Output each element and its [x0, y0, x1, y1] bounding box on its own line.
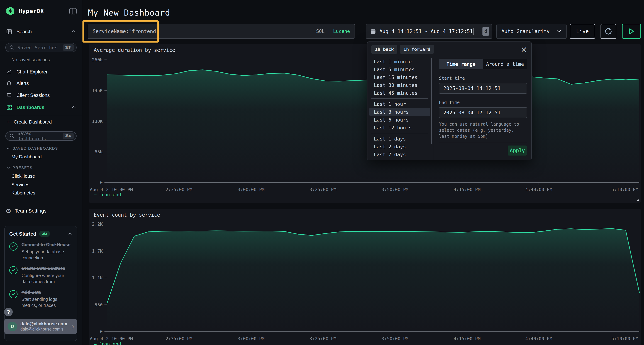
close-icon[interactable]: × — [520, 45, 527, 53]
apply-button[interactable]: Apply — [508, 145, 527, 156]
time-picker-tabs: Time range Around a time — [439, 59, 527, 69]
saved-searches-input[interactable]: Saved Searches ⌘K — [5, 43, 76, 52]
play-button[interactable] — [622, 24, 641, 39]
step-title: Connect to ClickHouse — [22, 242, 72, 248]
search-query-input[interactable]: ServiceName:"frontend" SQL | Lucene — [88, 24, 355, 39]
range-option[interactable]: Last 30 minutes — [369, 81, 430, 89]
group-header-label: PRESETS — [12, 166, 32, 170]
range-option-selected[interactable]: Last 3 hours — [369, 108, 430, 116]
range-option[interactable]: Last 45 minutes — [369, 89, 430, 97]
sidebar-item-alerts[interactable]: Alerts — [0, 78, 82, 89]
refresh-button[interactable] — [600, 24, 616, 39]
preset-link-services[interactable]: Services — [12, 181, 78, 189]
query-text: ServiceName:"frontend" — [93, 28, 159, 34]
create-dashboard-button[interactable]: + Create Dashboard — [0, 117, 82, 127]
range-option[interactable]: Last 14 days — [369, 158, 430, 160]
panel-resize-handle[interactable] — [636, 197, 639, 202]
tab-time-range[interactable]: Time range — [439, 59, 483, 69]
range-option[interactable]: Last 6 hours — [369, 116, 430, 124]
granularity-select[interactable]: Auto Granularity — [496, 24, 566, 39]
live-button[interactable]: Live — [570, 24, 595, 39]
preset-link-kubernetes[interactable]: Kubernetes — [12, 189, 78, 197]
chevron-up-icon — [72, 106, 76, 109]
range-option[interactable]: Last 1 hour — [369, 100, 430, 108]
range-option[interactable]: Last 1 days — [369, 135, 430, 143]
saved-dashboards-input[interactable]: Saved Dashboards ⌘K — [5, 131, 76, 141]
range-option[interactable]: Last 15 minutes — [369, 73, 430, 81]
svg-text:4:40:00 PM: 4:40:00 PM — [526, 187, 552, 192]
get-started-title: Get Started — [9, 231, 36, 237]
app-name: HyperDX — [18, 8, 44, 14]
start-time-input[interactable]: 2025-08-04 14:12:51 — [439, 83, 527, 94]
get-started-step-connect[interactable]: Connect to ClickHouse Set up your databa… — [9, 242, 72, 261]
svg-text:5:10:00 PM: 5:10:00 PM — [611, 336, 638, 341]
avatar: D — [8, 322, 17, 331]
user-menu[interactable]: D dale@clickhouse.com dale@clickhouse.co… — [4, 319, 77, 334]
start-time-label: Start time — [439, 76, 527, 81]
laptop-icon — [6, 92, 12, 98]
sidebar-item-search[interactable]: Search — [0, 27, 82, 36]
sql-mode-button[interactable]: SQL — [316, 28, 324, 34]
search-section-icon — [6, 28, 12, 35]
preset-label: ClickHouse — [12, 173, 35, 179]
range-option[interactable]: Last 2 days — [369, 143, 430, 150]
shift-forward-button[interactable]: 1h forward — [400, 45, 434, 54]
logo-row: HyperDX — [5, 5, 77, 17]
sidebar-collapse-icon[interactable] — [69, 7, 77, 15]
preset-label: Services — [12, 182, 29, 188]
range-option[interactable]: Last 12 hours — [369, 124, 430, 132]
time-picker-detail-panel: Time range Around a time Start time 2025… — [434, 57, 528, 160]
time-range-input[interactable]: Aug 4 14:12:51 - Aug 4 17:12:51 d — [366, 24, 492, 39]
range-option[interactable]: Last 1 minute — [369, 57, 430, 65]
natural-language-hint: You can use natural language to select d… — [439, 121, 527, 139]
sidebar-item-client-sessions[interactable]: Client Sessions — [0, 89, 82, 101]
search-icon — [9, 133, 15, 139]
preset-link-clickhouse[interactable]: ClickHouse — [12, 172, 78, 180]
plus-icon: + — [6, 119, 10, 125]
svg-text:0: 0 — [100, 180, 103, 185]
tab-around-a-time[interactable]: Around a time — [483, 59, 527, 69]
chart-title: Average duration by service — [94, 47, 175, 53]
get-started-header[interactable]: Get Started 3/3 — [9, 231, 72, 237]
sidebar-item-dashboards[interactable]: Dashboards — [0, 102, 82, 113]
range-option[interactable]: Last 5 minutes — [369, 65, 430, 73]
chart-legend: — frontend — [94, 342, 121, 345]
step-description: Configure where your data comes from — [22, 273, 72, 285]
duration-shortcut-badge: d — [482, 27, 489, 36]
sidebar-item-team-settings[interactable]: ⚙ Team Settings — [0, 206, 82, 216]
saved-dashboards-placeholder: Saved Dashboards — [18, 131, 63, 141]
lucene-mode-button[interactable]: Lucene — [333, 28, 350, 34]
no-saved-searches-text: No saved searches — [12, 57, 50, 62]
create-dashboard-label: Create Dashboard — [14, 119, 52, 125]
list-scrollbar[interactable] — [431, 58, 432, 144]
help-button[interactable]: ? — [4, 307, 13, 317]
get-started-step-sources[interactable]: Create Data Sources Configure where your… — [9, 266, 72, 285]
text-cursor — [474, 28, 474, 35]
range-option[interactable]: Last 7 days — [369, 150, 430, 158]
svg-text:3:00:00 PM: 3:00:00 PM — [238, 336, 264, 341]
hyperdx-logo-icon — [5, 6, 16, 16]
dashboards-icon — [6, 104, 12, 110]
saved-dashboards-group-header[interactable]: SAVED DASHBOARDS — [6, 145, 76, 151]
dashboard-link-my-dashboard[interactable]: My Dashboard — [12, 153, 78, 161]
check-circle-icon — [9, 266, 18, 274]
time-range-value: Aug 4 14:12:51 - Aug 4 17:12:51 — [380, 28, 473, 34]
end-time-input[interactable]: 2025-08-04 17:12:51 — [439, 107, 527, 118]
sidebar-item-chart-explorer[interactable]: Chart Explorer — [0, 66, 82, 78]
chart-panel-event-count: Event count by service 05501.1K1.7K2.2KA… — [89, 209, 641, 345]
svg-text:0: 0 — [100, 329, 103, 334]
shortcut-badge: ⌘K — [63, 44, 74, 51]
team-settings-label: Team Settings — [15, 208, 46, 214]
sidebar-item-label: Client Sessions — [16, 93, 50, 98]
step-title: Add Data — [22, 289, 72, 296]
chart-title: Event count by service — [94, 212, 160, 218]
shortcut-badge: ⌘K — [63, 133, 74, 139]
check-circle-icon — [9, 242, 18, 251]
event-count-line-chart: 05501.1K1.7K2.2KAug 4 2:10:00 PM2:35:00 … — [89, 209, 641, 345]
shift-back-button[interactable]: 1h back — [371, 45, 397, 54]
svg-text:65K: 65K — [95, 149, 103, 154]
get-started-step-add-data[interactable]: Add Data Start sending logs, metrics, or… — [9, 289, 72, 309]
play-icon — [628, 28, 634, 35]
presets-group-header[interactable]: PRESETS — [6, 165, 76, 171]
svg-text:3:50:00 PM: 3:50:00 PM — [382, 187, 408, 192]
